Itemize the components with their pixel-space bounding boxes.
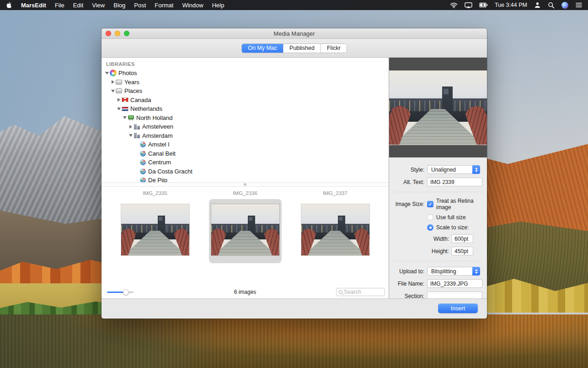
- tree-item-canada[interactable]: Canada: [102, 96, 389, 105]
- disclosure-triangle[interactable]: [116, 108, 121, 110]
- separator: [394, 261, 482, 261]
- road-sign-icon: [127, 114, 134, 121]
- canada-flag-icon: [121, 97, 128, 103]
- scale-to-size-radio[interactable]: [427, 224, 433, 231]
- thumbnail-img-2337[interactable]: IMG_2337: [299, 190, 372, 286]
- thumbnail-grid: IMG_2335 IMG_2336: [102, 187, 389, 286]
- tree-item-centrum[interactable]: Centrum: [102, 158, 389, 167]
- menu-file[interactable]: File: [55, 2, 64, 9]
- libraries-header: LIBRARIES: [102, 60, 389, 69]
- width-label: Width:: [389, 236, 449, 242]
- file-name-label: File Name:: [389, 281, 424, 287]
- bridge-photo[interactable]: [301, 204, 369, 255]
- splitter-handle-icon: [244, 183, 246, 186]
- tree-item-amstel-i[interactable]: Amstel I: [102, 140, 389, 149]
- apple-menu-icon[interactable]: [5, 1, 12, 9]
- bridge-photo[interactable]: [121, 204, 189, 255]
- close-button[interactable]: [106, 31, 111, 36]
- use-full-size-radio[interactable]: [427, 214, 433, 221]
- menu-format[interactable]: Format: [155, 2, 173, 9]
- pane-splitter[interactable]: [102, 182, 389, 187]
- alt-text-label: Alt. Text:: [389, 179, 424, 185]
- globe-pin-icon: [139, 141, 146, 148]
- retina-option-label: Treat as Retina image: [436, 198, 482, 211]
- disclosure-triangle[interactable]: [128, 125, 133, 129]
- upload-destination-popup[interactable]: Bitsplitting: [427, 267, 480, 276]
- title-bar[interactable]: Media Manager: [102, 28, 487, 39]
- library-pane: LIBRARIES Photos Years Places: [102, 58, 389, 298]
- thumbnail-img-2335[interactable]: IMG_2335: [118, 190, 192, 286]
- disclosure-triangle[interactable]: [110, 80, 115, 84]
- menu-view[interactable]: View: [92, 2, 105, 9]
- city-icon: [133, 132, 140, 139]
- tree-item-north-holland[interactable]: North Holland: [102, 114, 389, 123]
- menu-window[interactable]: Window: [182, 2, 203, 9]
- disclosure-triangle[interactable]: [110, 90, 115, 92]
- album-folder-icon: [115, 87, 123, 94]
- spotlight-search-icon[interactable]: [548, 2, 555, 9]
- inspector-form: Style: Unaligned Alt. Text: Image Size: …: [389, 157, 487, 318]
- album-folder-icon: [115, 79, 123, 86]
- style-popup[interactable]: Unaligned: [427, 165, 480, 174]
- insert-button[interactable]: Insert: [438, 303, 478, 313]
- tab-on-my-mac[interactable]: On My Mac: [242, 44, 283, 53]
- popup-stepper-icon: [472, 267, 480, 276]
- photos-app-icon: [109, 70, 117, 76]
- media-manager-window: Media Manager On My Mac Published Flickr…: [102, 28, 487, 319]
- display-mirroring-icon[interactable]: [465, 2, 472, 8]
- siri-icon[interactable]: [561, 2, 568, 9]
- height-field[interactable]: [451, 247, 473, 255]
- disclosure-triangle[interactable]: [116, 98, 121, 102]
- library-tree: LIBRARIES Photos Years Places: [102, 58, 389, 182]
- thumbnail-img-2336-selected[interactable]: IMG_2336: [208, 190, 282, 286]
- minimize-button[interactable]: [115, 31, 120, 36]
- menu-bar: MarsEdit File Edit View Blog Post Format…: [0, 0, 588, 10]
- source-tabs: On My Mac Published Flickr: [241, 43, 347, 53]
- tree-item-da-costa-gracht[interactable]: Da Costa Gracht: [102, 167, 389, 176]
- tree-item-photos[interactable]: Photos: [102, 69, 389, 78]
- menu-bar-clock[interactable]: Tue 3:44 PM: [495, 2, 527, 8]
- globe-pin-icon: [139, 150, 146, 157]
- netherlands-flag-icon: [121, 105, 128, 112]
- tree-item-netherlands[interactable]: Netherlands: [102, 104, 389, 114]
- image-count: 6 images: [102, 289, 389, 295]
- file-name-field[interactable]: [427, 279, 482, 288]
- search-icon: [339, 290, 342, 294]
- user-icon[interactable]: [534, 2, 541, 8]
- tree-item-de-pijp[interactable]: De Pijp: [102, 176, 389, 182]
- menu-help[interactable]: Help: [212, 2, 225, 9]
- wifi-icon[interactable]: [450, 2, 458, 8]
- disclosure-triangle[interactable]: [122, 116, 127, 119]
- alt-text-field[interactable]: [427, 178, 482, 186]
- globe-pin-icon: [139, 159, 146, 166]
- tree-item-amsterdam[interactable]: Amsterdam: [102, 131, 389, 141]
- bridge-photo-preview: [389, 70, 487, 145]
- tree-item-years[interactable]: Years: [102, 78, 389, 87]
- width-field[interactable]: [451, 234, 473, 243]
- menu-blog[interactable]: Blog: [113, 2, 125, 9]
- tree-item-canal-belt[interactable]: Canal Belt: [102, 149, 389, 158]
- disclosure-triangle[interactable]: [128, 134, 133, 137]
- tree-item-places[interactable]: Places: [102, 87, 389, 96]
- disclosure-triangle[interactable]: [104, 72, 109, 75]
- height-label: Height:: [389, 248, 449, 254]
- browser-status-bar: 6 images: [102, 286, 389, 298]
- style-label: Style:: [389, 167, 424, 173]
- scale-to-size-label: Scale to size:: [436, 224, 469, 231]
- menu-post[interactable]: Post: [134, 2, 146, 9]
- selection-highlight: [209, 199, 282, 263]
- tab-published[interactable]: Published: [283, 44, 321, 53]
- separator: [394, 192, 482, 192]
- bridge-photo[interactable]: [211, 204, 279, 255]
- menu-edit[interactable]: Edit: [73, 2, 83, 9]
- tab-flickr[interactable]: Flickr: [321, 44, 347, 53]
- tab-toolbar: On My Mac Published Flickr: [102, 39, 487, 58]
- notification-center-icon[interactable]: [575, 2, 583, 8]
- zoom-button[interactable]: [124, 31, 129, 36]
- tree-item-amstelveen[interactable]: Amstelveen: [102, 122, 389, 131]
- retina-checkbox[interactable]: ✓: [427, 201, 433, 207]
- city-icon: [133, 123, 140, 130]
- wallpaper-lake: [0, 314, 588, 368]
- app-menu-marsedit[interactable]: MarsEdit: [21, 2, 46, 9]
- battery-charging-icon[interactable]: [479, 2, 488, 8]
